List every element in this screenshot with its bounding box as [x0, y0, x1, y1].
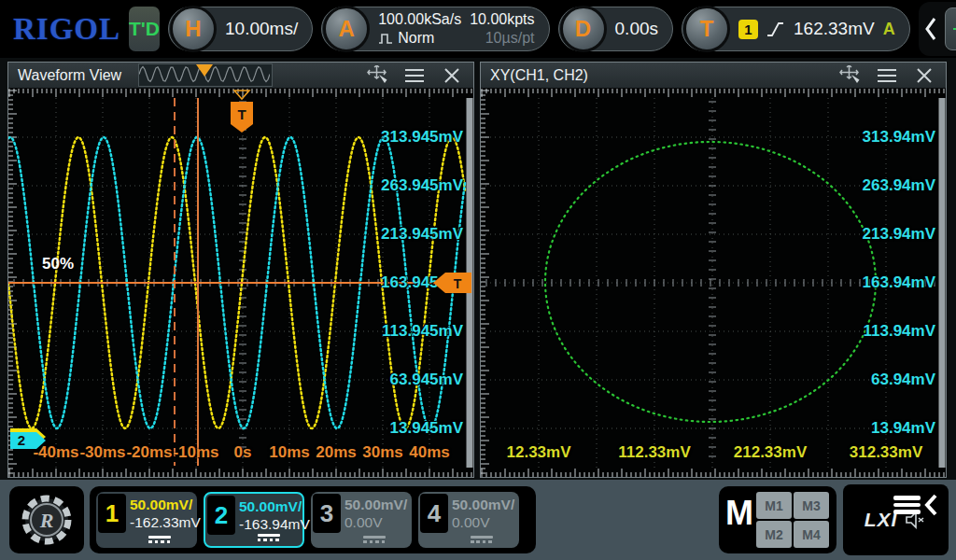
dc-coupling-icon [258, 534, 280, 542]
trigger-key[interactable]: T [683, 6, 730, 52]
channel-2-badge: 2 [207, 496, 235, 535]
panel-close-icon[interactable] [912, 65, 936, 86]
math-controls: M M1 M2 M3 M4 [719, 486, 836, 553]
channel-controls: 1 50.00mV/ -162.33mV 2 50.00mV/ -163.94m… [90, 486, 536, 553]
xy-title: XY(CH1, CH2) [490, 67, 588, 84]
collapse-menu-icon[interactable] [893, 493, 938, 517]
channel-1-badge: 1 [98, 494, 126, 533]
waveform-grid[interactable]: 50% 313.945mV263.945mV213.945mV163.945mV… [8, 89, 473, 477]
rising-edge-icon [766, 21, 785, 37]
xy-grid[interactable]: 313.94mV263.94mV213.94mV163.94mV113.94mV… [481, 89, 946, 477]
pulse-icon [378, 33, 393, 45]
delay-settings-button[interactable]: D 0.00s [558, 7, 673, 51]
panel-close-icon[interactable] [440, 65, 464, 86]
display-area: Waveform View [0, 58, 956, 480]
xy-title-bar[interactable]: XY(CH1, CH2) [481, 63, 946, 89]
trigger-status-button[interactable]: T'D [129, 7, 160, 51]
top-status-bar: RIGOL T'D H 10.00ms/ A 100.00kSa/s Norm … [0, 0, 956, 58]
horizontal-key[interactable]: H [170, 6, 217, 52]
lxi-label: LXI [865, 509, 898, 531]
timebase-value: 10.00ms/ [225, 19, 298, 39]
math-m1-button[interactable]: M1 [756, 492, 792, 519]
bottom-bar: R 1 50.00mV/ -162.33mV 2 50.00mV/ -163.9… [0, 480, 956, 560]
xy-view-panel: XY(CH1, CH2) 313.94mV263.94mV213.94mV163… [480, 62, 947, 478]
dc-coupling-icon [148, 536, 171, 544]
trigger-level-value: 162.33mV [794, 19, 875, 39]
memory-depth: 10.00kpts [470, 10, 534, 29]
delay-key[interactable]: D [560, 6, 607, 52]
horizontal-settings-button[interactable]: H 10.00ms/ [168, 7, 313, 51]
rigol-logo: RIGOL [13, 12, 120, 47]
channel-4-card[interactable]: 4 50.00mV/ 0.00V [418, 492, 519, 548]
channel-4-scale: 50.00mV/ [452, 497, 515, 514]
channel-3-offset: 0.00V [344, 514, 408, 532]
channel-3-card[interactable]: 3 50.00mV/ 0.00V [311, 492, 412, 548]
toolbar-nav-group: STOP RUN Measure [919, 2, 956, 56]
nav-prev-icon[interactable] [924, 16, 937, 42]
channel-4-badge: 4 [420, 494, 448, 533]
channel-2-offset: -163.94mV [239, 516, 302, 534]
drag-move-icon[interactable] [837, 65, 862, 86]
acquisition-mode: Norm [398, 29, 434, 48]
channel-1-offset: -162.33mV [130, 514, 193, 532]
channel-2-scale: 50.00mV/ [239, 498, 302, 516]
sample-rate: 100.00kSa/s [378, 10, 461, 29]
channel-3-badge: 3 [313, 494, 341, 533]
channel-1-scale: 50.00mV/ [130, 497, 193, 514]
waveform-view-panel: Waveform View [7, 62, 474, 478]
waveform-title-bar[interactable]: Waveform View [8, 63, 473, 89]
waveform-title: Waveform View [18, 67, 121, 84]
trigger-source-badge: 1 [738, 20, 758, 39]
channel-3-scale: 50.00mV/ [344, 497, 408, 514]
stop-run-divider [953, 28, 956, 30]
drag-move-icon[interactable] [365, 65, 389, 86]
math-m3-button[interactable]: M3 [794, 492, 829, 519]
math-m4-button[interactable]: M4 [794, 521, 829, 548]
trigger-settings-button[interactable]: T 1 162.33mV A [682, 7, 910, 51]
math-m2-button[interactable]: M2 [756, 521, 792, 548]
rigol-gear-logo[interactable]: R [9, 486, 84, 553]
delay-value: 0.00s [615, 19, 658, 39]
channel-1-card[interactable]: 1 50.00mV/ -162.33mV [96, 492, 197, 548]
panel-menu-icon[interactable] [402, 65, 427, 86]
dc-coupling-icon [363, 536, 386, 544]
channel-4-offset: 0.00V [452, 514, 515, 532]
horizontal-minimap[interactable] [138, 63, 273, 87]
dc-coupling-icon [471, 536, 493, 544]
panel-menu-icon[interactable] [875, 65, 899, 86]
stop-run-button[interactable]: STOP RUN [945, 7, 956, 50]
svg-text:R: R [39, 509, 54, 532]
math-label: M [723, 493, 756, 534]
time-per-point: 10µs/pt [470, 29, 534, 48]
channel-2-card[interactable]: 2 50.00mV/ -163.94mV [204, 492, 304, 548]
acquisition-key[interactable]: A [323, 6, 370, 52]
trigger-mode-flag: A [883, 20, 895, 39]
acquisition-settings-button[interactable]: A 100.00kSa/s Norm 10.00kpts 10µs/pt [321, 7, 549, 51]
